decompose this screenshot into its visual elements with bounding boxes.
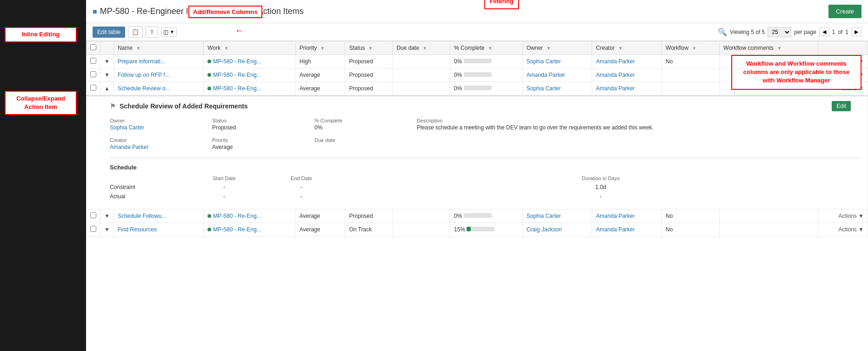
detail-description: Description Please schedule a meeting wi… (417, 118, 860, 131)
row-checkbox-cell (87, 55, 100, 68)
row-owner-3: Sophia Carter (522, 82, 592, 95)
add-remove-annotation: Add/Remove Columns (188, 6, 262, 18)
row-creator-4: Amanda Parker (592, 209, 662, 223)
row-due-1 (393, 55, 450, 68)
row-expand-1[interactable]: ▼ (100, 55, 114, 68)
row-status-3: Proposed (345, 82, 393, 95)
row-name-4: Schedule Followu... (114, 209, 203, 223)
detail-creator: Creator Amanda Parker (110, 137, 203, 150)
th-name[interactable]: Name ▼ (114, 41, 203, 55)
per-page-label: per page (794, 29, 816, 35)
expanded-content: ⚑ Schedule Review of Added Requirements … (87, 95, 868, 209)
th-due-date[interactable]: Due date ▼ (393, 41, 450, 55)
row-checkbox[interactable] (90, 212, 96, 218)
row-workflow-3 (662, 82, 720, 95)
th-work[interactable]: Work ▼ (204, 41, 295, 55)
row-checkbox-cell (87, 82, 100, 95)
detail-status: Status Proposed (212, 118, 305, 131)
row-name-2: Follow up on RFP f... (114, 68, 203, 82)
row-checkbox[interactable] (90, 71, 96, 77)
main-content: ■ MP-580 - Re-Engineer Imaging Software … (86, 0, 868, 351)
collapse-expand-annotation: Collapse/ExpandAction Item (5, 91, 77, 115)
row-work-4: MP-580 - Re-Eng... (204, 209, 295, 223)
row-pct-3: 0% (450, 82, 523, 95)
row-wf-comments-5 (720, 223, 818, 236)
inline-editing-annotation: Inline Editing (5, 27, 77, 42)
row-creator-1: Amanda Parker (592, 55, 662, 68)
columns-button[interactable]: ◫ ▼ (161, 27, 177, 37)
row-due-4 (393, 209, 450, 223)
row-expand-3[interactable]: ▲ (100, 82, 114, 95)
next-page-button[interactable]: ▶ (851, 27, 861, 36)
row-work-5: MP-580 - Re-Eng... (204, 223, 295, 236)
row-workflow-2 (662, 68, 720, 82)
columns-arrow: ▼ (170, 29, 174, 34)
th-creator[interactable]: Creator ▼ (592, 41, 662, 55)
row-due-5 (393, 223, 450, 236)
th-workflow[interactable]: Workflow ▼ (662, 41, 720, 55)
row-creator-3: Amanda Parker (592, 82, 662, 95)
row-owner-1: Sophia Carter (522, 55, 592, 68)
columns-icon: ◫ (163, 29, 168, 35)
row-pct-2: 0% (450, 68, 523, 82)
row-workflow-4: No (662, 209, 720, 223)
row-checkbox-cell (87, 209, 100, 223)
row-checkbox[interactable] (90, 226, 96, 232)
row-checkbox[interactable] (90, 58, 96, 64)
actions-button-5[interactable]: Actions ▼ (838, 226, 864, 233)
actions-button-4[interactable]: Actions ▼ (838, 213, 864, 219)
row-owner-2: Amanda Parker (522, 68, 592, 82)
search-button[interactable]: 🔍 (718, 27, 727, 36)
detail-empty (417, 137, 860, 150)
row-expand-2[interactable]: ▼ (100, 68, 114, 82)
row-status-1: Proposed (345, 55, 393, 68)
export-icon-button[interactable]: ⇧ (146, 26, 158, 38)
row-actions-5: Actions ▼ (818, 223, 868, 236)
arrow-left-annotation: ← (235, 25, 244, 36)
row-expand-5[interactable]: ▼ (100, 223, 114, 236)
viewing-text: Viewing 5 of 5 (730, 29, 765, 35)
th-workflow-comments[interactable]: Workflow comments ▼ (720, 41, 818, 55)
create-button[interactable]: Create (828, 5, 861, 18)
row-expand-4[interactable]: ▼ (100, 209, 114, 223)
table-header-row: Name ▼ Work ▼ Priority ▼ Status ▼ Due da… (87, 41, 868, 55)
th-status[interactable]: Status ▼ (345, 41, 393, 55)
row-due-2 (393, 68, 450, 82)
row-workflow-5: No (662, 223, 720, 236)
edit-table-button[interactable]: Edit table (93, 27, 125, 38)
page-current: 1 (832, 29, 835, 35)
row-wf-comments-4 (720, 209, 818, 223)
th-checkbox (87, 41, 100, 55)
detail-priority: Priority Average (212, 137, 305, 150)
th-pct-complete[interactable]: % Complete ▼ (450, 41, 523, 55)
row-checkbox[interactable] (90, 85, 96, 91)
row-owner-4: Sophia Carter (522, 209, 592, 223)
expanded-detail-cell: ⚑ Schedule Review of Added Requirements … (87, 95, 868, 209)
schedule-section: Schedule Start Date End Date Duration in… (110, 158, 860, 200)
row-work-1: MP-580 - Re-Eng... (204, 55, 295, 68)
row-status-4: Proposed (345, 209, 393, 223)
per-page-select[interactable]: 25 50 100 (768, 27, 791, 37)
row-pct-1: 0% (450, 55, 523, 68)
th-expand (100, 41, 114, 55)
expanded-edit-button[interactable]: Edit (832, 101, 851, 111)
th-owner[interactable]: Owner ▼ (522, 41, 592, 55)
th-priority[interactable]: Priority ▼ (295, 41, 345, 55)
row-creator-2: Amanda Parker (592, 68, 662, 82)
pagination: Viewing 5 of 5 25 50 100 per page ◀ 1 of… (730, 27, 861, 37)
row-name-1: Prepare informati... (114, 55, 203, 68)
copy-icon-button[interactable]: 📋 (128, 26, 143, 38)
detail-due-date: Due date (314, 137, 407, 150)
detail-owner: Owner Sophia Carter (110, 118, 203, 131)
row-pct-5: 15% (450, 223, 523, 236)
row-status-5: On Track (345, 223, 393, 236)
prev-page-button[interactable]: ◀ (819, 27, 829, 36)
th-actions (818, 41, 868, 55)
row-work-2: MP-580 - Re-Eng... (204, 68, 295, 82)
schedule-empty-label (110, 176, 184, 181)
select-all-checkbox[interactable] (90, 44, 96, 50)
row-checkbox-cell (87, 223, 100, 236)
row-pct-4: 0% (450, 209, 523, 223)
page-icon: ■ (93, 7, 97, 16)
table-row: ▼ Schedule Followu... MP-580 - Re-Eng...… (87, 209, 868, 223)
